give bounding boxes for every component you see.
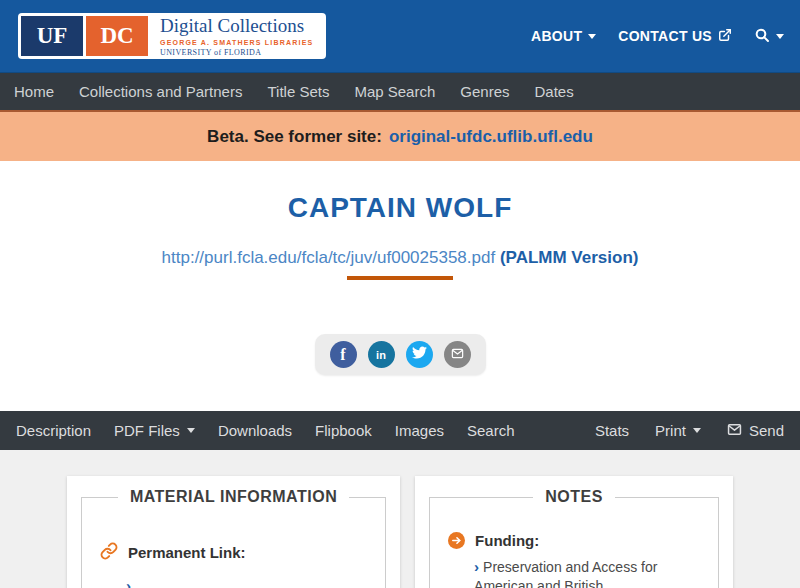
logo-subtitle-libraries: GEORGE A. SMATHERS LIBRARIES <box>160 39 313 46</box>
send-label: Send <box>749 422 784 439</box>
permanent-link-row: Permanent Link: <box>100 542 367 563</box>
tab-description[interactable]: Description <box>16 422 91 439</box>
funding-text-line1: Preservation and Access for American and… <box>474 559 657 588</box>
external-link-icon <box>718 28 732 45</box>
about-menu[interactable]: ABOUT <box>531 28 596 44</box>
material-information-heading: MATERIAL INFORMATION <box>118 488 349 506</box>
chevron-right-icon: › <box>474 558 479 575</box>
print-menu[interactable]: Print <box>655 422 701 439</box>
chevron-down-icon <box>693 428 701 437</box>
notes-heading: NOTES <box>533 488 615 506</box>
funding-row: Funding: <box>448 532 700 549</box>
uf-logo-tile: UF <box>21 16 83 56</box>
nav-item-home[interactable]: Home <box>14 83 54 100</box>
linkedin-icon: in <box>376 349 386 361</box>
nav-item-genres[interactable]: Genres <box>460 83 509 100</box>
chevron-down-icon <box>187 428 195 437</box>
metadata-section: MATERIAL INFORMATION Permanent Link: › h… <box>0 450 800 588</box>
about-label: ABOUT <box>531 28 582 44</box>
contact-label: CONTACT US <box>618 28 712 44</box>
link-chain-icon <box>100 542 118 563</box>
toolbar-right-group: Stats Print Send <box>595 422 784 440</box>
material-information-card: MATERIAL INFORMATION Permanent Link: › h… <box>67 476 400 588</box>
logo-title: Digital Collections <box>160 16 313 36</box>
twitter-share-button[interactable] <box>406 341 433 368</box>
send-button[interactable]: Send <box>727 422 784 440</box>
nav-item-collections-and-partners[interactable]: Collections and Partners <box>79 83 242 100</box>
main-navigation: Home Collections and Partners Title Sets… <box>0 73 800 110</box>
tab-pdf-files[interactable]: PDF Files <box>114 422 195 439</box>
funding-label: Funding: <box>475 532 539 549</box>
dc-logo-tile: DC <box>86 16 148 56</box>
beta-banner: Beta. See former site: original-ufdc.ufl… <box>0 110 800 161</box>
permanent-link-label: Permanent Link: <box>128 544 246 561</box>
arrow-circle-icon <box>448 532 465 549</box>
chevron-down-icon <box>588 34 596 43</box>
tab-images[interactable]: Images <box>395 422 444 439</box>
logo-text: Digital Collections GEORGE A. SMATHERS L… <box>148 16 323 56</box>
nav-item-map-search[interactable]: Map Search <box>354 83 435 100</box>
material-information-fieldset: MATERIAL INFORMATION Permanent Link: › h… <box>81 488 386 588</box>
pdf-files-label: PDF Files <box>114 422 180 439</box>
envelope-icon <box>727 422 742 440</box>
linkedin-share-button[interactable]: in <box>368 341 395 368</box>
envelope-icon <box>451 346 464 364</box>
search-icon <box>754 27 770 46</box>
item-header-section: CAPTAIN WOLF http://purl.fcla.edu/fcla/t… <box>0 161 800 411</box>
site-header: UF DC Digital Collections GEORGE A. SMAT… <box>0 0 800 73</box>
tab-downloads[interactable]: Downloads <box>218 422 292 439</box>
chevron-down-icon <box>776 34 784 43</box>
search-menu[interactable] <box>754 27 784 46</box>
nav-item-title-sets[interactable]: Title Sets <box>267 83 329 100</box>
logo-subtitle-university: UNIVERSITY of FLORIDA <box>160 48 313 57</box>
tab-flipbook[interactable]: Flipbook <box>315 422 372 439</box>
facebook-icon: f <box>340 346 345 364</box>
purl-link[interactable]: http://purl.fcla.edu/fcla/tc/juv/uf00025… <box>162 248 496 267</box>
stats-button[interactable]: Stats <box>595 422 629 439</box>
former-site-link[interactable]: original-ufdc.uflib.ufl.edu <box>389 127 593 147</box>
chevron-right-icon: › <box>126 577 131 588</box>
purl-line: http://purl.fcla.edu/fcla/tc/juv/uf00025… <box>0 247 800 268</box>
facebook-share-button[interactable]: f <box>330 341 357 368</box>
beta-banner-text: Beta. See former site: <box>207 127 382 147</box>
twitter-icon <box>412 345 427 364</box>
print-label: Print <box>655 422 686 439</box>
contact-us-link[interactable]: CONTACT US <box>618 28 732 45</box>
nav-item-dates[interactable]: Dates <box>534 83 573 100</box>
permanent-link-value-row: › http://ufdc.ufl.edu/UF00025358/00001 <box>100 577 367 588</box>
palmm-version-label: (PALMM Version) <box>500 248 639 267</box>
notes-fieldset: NOTES Funding: ›Preservation and Access … <box>429 488 719 588</box>
orange-divider <box>347 276 453 280</box>
funding-value: ›Preservation and Access for American an… <box>448 557 700 588</box>
tab-search[interactable]: Search <box>467 422 515 439</box>
header-menu: ABOUT CONTACT US <box>531 27 784 46</box>
notes-card: NOTES Funding: ›Preservation and Access … <box>415 476 733 588</box>
email-share-button[interactable] <box>444 341 471 368</box>
toolbar-left-group: Description PDF Files Downloads Flipbook… <box>16 422 515 439</box>
ufdc-logo[interactable]: UF DC Digital Collections GEORGE A. SMAT… <box>18 13 326 59</box>
document-toolbar: Description PDF Files Downloads Flipbook… <box>0 411 800 450</box>
social-share-bar: f in <box>315 334 486 375</box>
page-title: CAPTAIN WOLF <box>0 193 800 223</box>
